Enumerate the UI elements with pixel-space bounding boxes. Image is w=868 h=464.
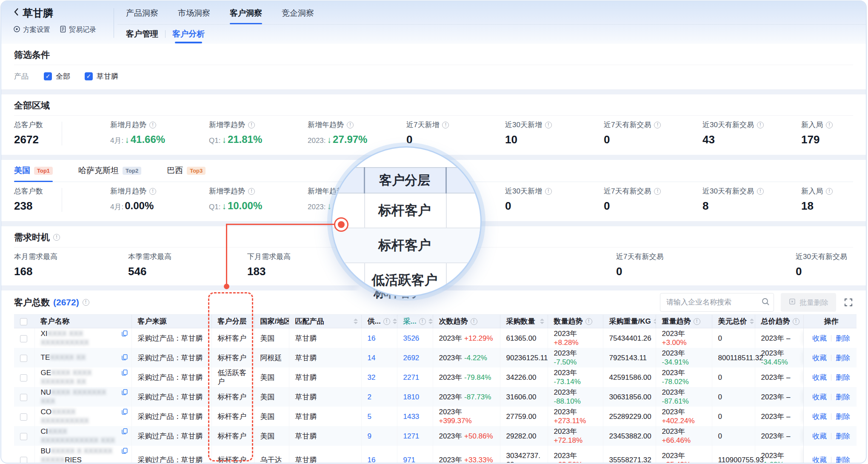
purchase-count-link[interactable]: 3526 — [403, 334, 420, 342]
supplier-count-link[interactable]: 5 — [368, 413, 371, 421]
copy-icon[interactable] — [121, 330, 128, 339]
info-icon[interactable]: ! — [757, 122, 764, 128]
delete-button[interactable]: 删除 — [836, 393, 850, 401]
row-checkbox[interactable] — [20, 433, 27, 440]
copy-icon[interactable] — [121, 428, 128, 437]
favorite-button[interactable]: 收藏 — [812, 373, 827, 381]
sort-icon[interactable] — [750, 319, 754, 324]
supplier-count-link[interactable]: 2 — [368, 393, 371, 401]
quick-link-scheme-settings[interactable]: 方案设置 — [13, 26, 50, 34]
purchase-count-link[interactable]: 1433 — [403, 413, 420, 421]
checkbox-checked-icon[interactable]: ✓ — [44, 72, 52, 80]
sort-icon[interactable] — [354, 319, 358, 324]
row-checkbox[interactable] — [20, 374, 27, 381]
info-icon[interactable]: ! — [545, 188, 552, 195]
stat-label: 近30天有新交易! — [702, 120, 801, 130]
row-checkbox[interactable] — [20, 355, 27, 362]
delete-button[interactable]: 删除 — [836, 432, 850, 440]
quick-link-trade-records[interactable]: 贸易记录 — [60, 26, 96, 34]
row-checkbox[interactable] — [20, 335, 27, 342]
frequency-trend-cell: 2023年 +50.86% — [433, 426, 500, 446]
info-icon[interactable]: ! — [248, 122, 255, 128]
favorite-button[interactable]: 收藏 — [812, 456, 827, 464]
supplier-count-link[interactable]: 16 — [368, 456, 376, 464]
row-checkbox[interactable] — [20, 457, 27, 464]
sort-icon[interactable] — [428, 319, 433, 324]
delete-button[interactable]: 删除 — [836, 413, 850, 421]
info-icon[interactable]: ! — [383, 318, 390, 325]
product-checkbox-1[interactable]: ✓草甘膦 — [85, 71, 118, 81]
country-tab-1[interactable]: 哈萨克斯坦Top2 — [78, 165, 141, 182]
search-icon[interactable] — [761, 297, 770, 307]
column-header-11: 重量趋势! — [662, 316, 708, 326]
sort-icon[interactable] — [654, 319, 656, 324]
copy-icon[interactable] — [121, 408, 128, 417]
info-icon[interactable]: ! — [149, 122, 156, 128]
fullscreen-icon[interactable] — [844, 298, 853, 307]
row-checkbox[interactable] — [20, 394, 27, 401]
favorite-button[interactable]: 收藏 — [812, 354, 827, 362]
info-icon[interactable]: ! — [53, 234, 60, 241]
supplier-count-link[interactable]: 14 — [368, 354, 376, 362]
info-icon[interactable]: ! — [248, 188, 255, 195]
info-icon[interactable]: ! — [545, 122, 552, 128]
company-search-box[interactable] — [660, 293, 774, 312]
purchase-count-link[interactable]: 1271 — [403, 432, 420, 440]
info-icon[interactable]: ! — [83, 299, 89, 306]
sort-icon[interactable] — [393, 319, 397, 324]
main-tab-1[interactable]: 市场洞察 — [178, 8, 210, 24]
main-tab-0[interactable]: 产品洞察 — [126, 8, 158, 24]
supplier-count-link[interactable]: 9 — [368, 432, 371, 440]
country-cell: 阿根廷 — [254, 348, 289, 367]
copy-icon[interactable] — [121, 447, 128, 456]
favorite-button[interactable]: 收藏 — [812, 334, 827, 342]
info-icon[interactable]: ! — [757, 188, 764, 195]
favorite-button[interactable]: 收藏 — [812, 432, 827, 440]
favorite-button[interactable]: 收藏 — [812, 393, 827, 401]
sort-icon[interactable] — [540, 319, 544, 324]
info-icon[interactable]: ! — [442, 122, 449, 128]
select-all-checkbox[interactable] — [20, 318, 27, 325]
country-tab-2[interactable]: 巴西Top3 — [167, 165, 206, 182]
stat-label: 总客户数 — [14, 186, 110, 196]
main-tab-3[interactable]: 竞企洞察 — [282, 8, 314, 24]
delete-button[interactable]: 删除 — [836, 373, 850, 381]
sub-tab-0[interactable]: 客户管理 — [126, 28, 158, 40]
info-icon[interactable]: ! — [347, 122, 354, 128]
info-icon[interactable]: ! — [694, 318, 700, 325]
country-tab-0[interactable]: 美国Top1 — [14, 165, 53, 182]
sub-tab-1[interactable]: 客户分析 — [172, 28, 205, 40]
supplier-count-link[interactable]: 16 — [368, 334, 376, 342]
favorite-button[interactable]: 收藏 — [812, 413, 827, 421]
supplier-count-link[interactable]: 32 — [368, 373, 376, 381]
info-icon[interactable]: ! — [419, 318, 426, 325]
info-icon[interactable]: ! — [585, 318, 592, 325]
info-icon[interactable]: ! — [149, 188, 156, 195]
row-checkbox[interactable] — [20, 413, 27, 421]
copy-icon[interactable] — [121, 354, 128, 363]
copy-icon[interactable] — [121, 369, 128, 378]
purchase-count-link[interactable]: 971 — [403, 456, 415, 464]
stat-trend-value: Q1:↓21.81% — [209, 133, 308, 147]
info-icon[interactable]: ! — [471, 318, 477, 325]
customer-name-cell: NUXXXX XXXXXXX XXX — [41, 388, 128, 406]
purchase-count-link[interactable]: 2692 — [403, 354, 420, 362]
info-icon[interactable]: ! — [654, 122, 661, 128]
search-input[interactable] — [665, 298, 761, 307]
copy-icon[interactable] — [121, 389, 128, 398]
delete-button[interactable]: 删除 — [836, 456, 850, 464]
purchase-count-link[interactable]: 1810 — [403, 393, 420, 401]
product-checkbox-0[interactable]: ✓全部 — [44, 71, 70, 81]
back-button[interactable]: 草甘膦 — [13, 6, 114, 20]
info-icon[interactable]: ! — [826, 122, 833, 128]
info-icon[interactable]: ! — [793, 318, 799, 325]
purchase-count-link[interactable]: 2271 — [403, 373, 420, 381]
checkbox-checked-icon[interactable]: ✓ — [85, 72, 93, 80]
delete-button[interactable]: 删除 — [836, 354, 850, 362]
column-header-4: 匹配产品 — [295, 316, 358, 326]
batch-delete-button[interactable]: 批量删除 — [781, 293, 836, 312]
delete-button[interactable]: 删除 — [836, 334, 850, 342]
info-icon[interactable]: ! — [826, 188, 833, 195]
main-tab-2[interactable]: 客户洞察 — [230, 8, 262, 24]
info-icon[interactable]: ! — [654, 188, 661, 195]
